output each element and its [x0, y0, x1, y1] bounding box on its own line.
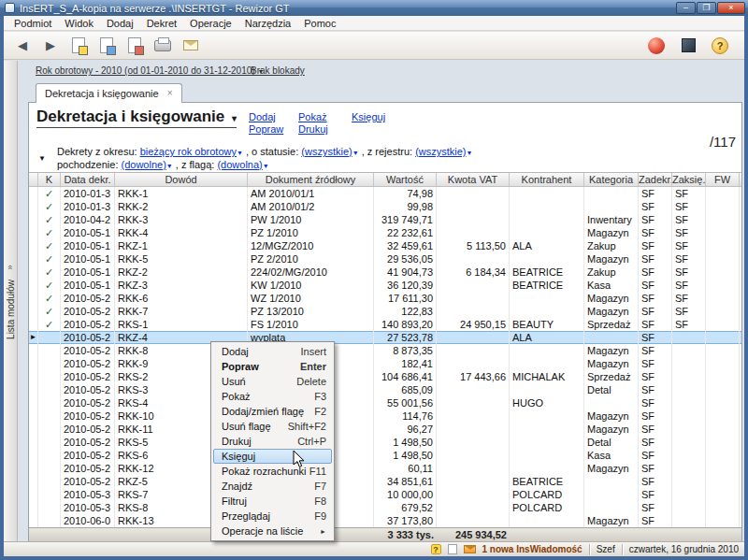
print-button[interactable] — [151, 35, 174, 57]
print-link[interactable]: Drukuj — [298, 123, 328, 135]
lock-status-link[interactable]: Brak blokady — [251, 65, 305, 76]
table-row[interactable]: ✓2010-01-3RKK-2AM 2010/01/299,98SFSF — [29, 200, 741, 213]
table-row[interactable]: 2010-05-2RKK-9182,41MagazynSF — [29, 357, 741, 370]
cell-vat — [437, 514, 510, 527]
add-link[interactable]: Dodaj — [249, 111, 276, 122]
column-header-sel[interactable] — [29, 173, 38, 186]
column-header-category[interactable]: Kategoria — [584, 173, 639, 186]
modules-cube-button[interactable] — [677, 35, 699, 57]
context-menu-item-usun[interactable]: UsuńDelete — [213, 374, 332, 389]
tab-dekretacja[interactable]: Dekretacja i księgowanie × — [36, 83, 182, 103]
column-header-fw[interactable]: FW — [706, 173, 740, 186]
note-icon[interactable] — [448, 544, 457, 554]
edit-link[interactable]: Popraw — [249, 123, 283, 135]
menu-item-narzedzia[interactable]: Narzędzia — [238, 17, 298, 30]
filter-status-value[interactable]: (wszystkie) — [301, 146, 352, 157]
column-header-vat[interactable]: Kwota VAT — [437, 173, 510, 186]
table-row[interactable]: 2010-05-3RKS-710 000,00POLCARDSF — [29, 488, 741, 501]
column-header-contractor[interactable]: Kontrahent — [510, 173, 584, 186]
table-row[interactable]: ✓2010-05-1RKZ-112/MGZ/201032 459,615 113… — [29, 239, 741, 252]
context-menu-item-operacje-na-liscie[interactable]: Operacje na liście► — [213, 524, 332, 538]
menu-item-dodaj[interactable]: Dodaj — [100, 17, 140, 30]
context-menu-item-filtruj[interactable]: FiltrujF8 — [213, 494, 332, 509]
context-menu-item-usun-flage[interactable]: Usuń flagęShift+F2 — [213, 419, 332, 434]
table-row[interactable]: ✓2010-05-1RKZ-2224/02/MG/201041 904,736 … — [29, 266, 741, 279]
column-header-val[interactable]: Wartość — [374, 173, 437, 186]
context-menu-item-znajdz[interactable]: ZnajdźF7 — [213, 479, 332, 494]
menu-item-operacje[interactable]: Operacje — [183, 17, 238, 30]
filter-origin-value[interactable]: (dowolne) — [122, 159, 166, 170]
close-button[interactable]: × — [717, 2, 745, 14]
minimize-button[interactable]: – — [676, 2, 696, 14]
context-menu-item-pokaz-rozrachunki[interactable]: Pokaż rozrachunkiF11 — [213, 464, 332, 479]
edit-decree-button[interactable] — [95, 35, 118, 57]
table-row[interactable]: ✓2010-05-2RKK-6WZ 1/201017 611,30Magazyn… — [29, 292, 741, 305]
context-menu-shortcut: F11 — [309, 466, 326, 477]
column-header-zaksie[interactable]: Zaksię. — [672, 173, 706, 186]
tab-close-icon[interactable]: × — [167, 89, 173, 98]
column-header-date[interactable]: Data dekr. — [61, 173, 115, 186]
column-header-doc[interactable]: Dowód — [115, 173, 248, 186]
post-link[interactable]: Księguj — [352, 111, 385, 122]
table-row[interactable]: 2010-05-2RKK-10114,76MagazynSF — [29, 409, 741, 423]
table-row[interactable]: ✓2010-05-1RKZ-3KW 1/201036 120,39BEATRIC… — [29, 279, 741, 292]
filter-register-value[interactable]: (wszystkie) — [415, 146, 466, 157]
filter-flag-value[interactable]: (dowolna) — [217, 159, 262, 170]
maximize-button[interactable]: ❐ — [697, 2, 716, 14]
table-row[interactable]: ►2010-05-2RKZ-4wyplata27 523,78ALASF — [29, 331, 741, 344]
table-row[interactable]: 2010-06-0RKK-1337 173,80MagazynSF — [29, 514, 741, 527]
table-row[interactable]: 2010-05-2RKS-2104 686,4117 443,66MICHALA… — [29, 370, 741, 383]
communications-button[interactable] — [180, 35, 202, 57]
help-button[interactable]: ? — [709, 35, 731, 57]
page-title-menu[interactable]: Dekretacja i księgowanie ▾ — [36, 108, 237, 128]
cell-booked-check: ✓ — [38, 252, 61, 266]
insert-logo-icon — [648, 37, 665, 54]
table-row[interactable]: 2010-05-2RKK-1260,11MagazynSF — [29, 462, 741, 475]
context-menu-item-przegladaj[interactable]: PrzeglądajF9 — [213, 509, 332, 524]
context-menu-item-dodaj[interactable]: DodajInsert — [213, 344, 332, 359]
cell-zaksie — [672, 449, 706, 462]
context-menu-item-dodaj-zmien-flage[interactable]: Dodaj/zmień flagęF2 — [213, 404, 332, 419]
column-header-src[interactable]: Dokument źródłowy — [248, 173, 374, 186]
column-header-k[interactable]: K — [38, 173, 61, 186]
fiscal-year-selector[interactable]: Rok obrotowy - 2010 (od 01-01-2010 do 31… — [36, 65, 264, 76]
modules-sidebar[interactable]: « Lista modułów — [4, 61, 18, 541]
table-row[interactable]: ✓2010-05-1RKK-5PZ 2/201029 536,05Magazyn… — [29, 252, 741, 266]
filter-period-value[interactable]: bieżący rok obrotowy — [140, 146, 237, 157]
menu-item-podmiot[interactable]: Podmiot — [7, 17, 58, 30]
context-menu-item-popraw[interactable]: PoprawEnter — [213, 359, 332, 374]
table-row[interactable]: 2010-05-2RKS-455 001,56HUGOSF — [29, 396, 741, 409]
cell-fw — [706, 266, 740, 279]
show-link[interactable]: Pokaż — [298, 111, 327, 122]
table-row[interactable]: ✓2010-05-2RKK-7PZ 13/2010122,83MagazynSF… — [29, 305, 741, 318]
table-row[interactable]: 2010-05-2RKK-1196,27MagazynSF — [29, 423, 741, 436]
mail-icon[interactable] — [464, 545, 476, 553]
insmail-notification[interactable]: 1 nowa InsWiadomość — [482, 544, 583, 554]
new-decree-button[interactable] — [67, 35, 90, 57]
filter-collapse-icon[interactable]: ▼ — [38, 154, 46, 163]
context-menu-item-drukuj[interactable]: DrukujCtrl+P — [213, 434, 332, 449]
table-row[interactable]: ✓2010-01-3RKK-1AM 2010/01/174,98SFSF — [29, 187, 741, 200]
context-menu-item-ksieguj[interactable]: Księguj — [213, 449, 332, 464]
table-row[interactable]: 2010-05-2RKZ-534 851,61BEATRICESF — [29, 475, 741, 488]
delete-decree-button[interactable] — [123, 35, 146, 57]
insert-logo-button[interactable] — [645, 35, 668, 57]
sidebar-expand-icon[interactable]: « — [6, 266, 15, 270]
menu-item-pomoc[interactable]: Pomoc — [297, 17, 342, 30]
help-badge-icon[interactable]: ? — [431, 544, 441, 554]
nav-forward-button[interactable]: ▶ — [39, 35, 62, 57]
table-row[interactable]: 2010-05-2RKS-61 498,50KasaSF — [29, 449, 741, 462]
table-row[interactable]: 2010-05-2RKS-3685,09DetalSF — [29, 383, 741, 396]
workspace: « Lista modułów Rok obrotowy - 2010 (od … — [4, 61, 744, 541]
menu-item-widok[interactable]: Widok — [58, 17, 100, 30]
table-row[interactable]: 2010-05-2RKK-88 873,35MagazynSF — [29, 344, 741, 357]
table-row[interactable]: 2010-05-3RKS-8679,52POLCARDSF — [29, 501, 741, 514]
column-header-zadekr[interactable]: Zadekr. — [639, 173, 672, 186]
table-row[interactable]: 2010-05-2RKS-51 498,50DetalSF — [29, 436, 741, 449]
table-row[interactable]: ✓2010-05-2RKS-1FS 1/2010140 893,2024 950… — [29, 318, 741, 331]
context-menu-item-pokaz[interactable]: PokażF3 — [213, 389, 332, 404]
table-row[interactable]: ✓2010-05-1RKK-4PZ 1/201022 232,61Magazyn… — [29, 226, 741, 239]
table-row[interactable]: ✓2010-04-2RKK-3PW 1/2010319 749,71Inwent… — [29, 213, 741, 226]
nav-back-button[interactable]: ◀ — [11, 35, 34, 57]
menu-item-dekret[interactable]: Dekret — [140, 17, 183, 30]
